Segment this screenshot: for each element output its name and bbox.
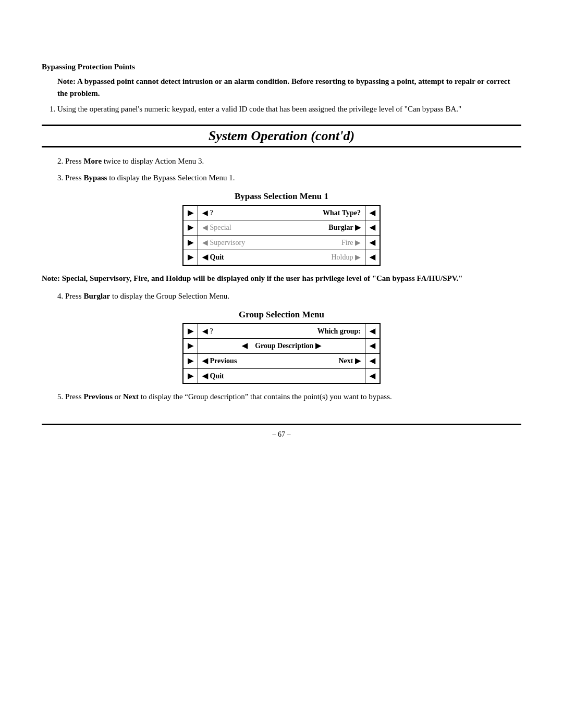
bypass-row3-content: ◀ Supervisory Fire ▶ [198, 236, 365, 250]
bypass-row-3: ▶ ◀ Supervisory Fire ▶ ◀ [183, 235, 380, 250]
group-row4-content: ◀ Quit [198, 369, 365, 384]
section-title: System Operation (cont'd) [209, 128, 354, 143]
bypass-row3-left: ◀ Supervisory [202, 238, 245, 248]
bypass-row1-left: ◀ ? [202, 208, 213, 218]
note-2: Note: Special, Supervisory, Fire, and Ho… [42, 272, 521, 285]
step5-bold1: Previous [83, 392, 113, 401]
group-row4-left-arrow: ▶ [183, 368, 198, 384]
group-row-4: ▶ ◀ Quit ◀ [183, 368, 380, 384]
group-row-2: ▶ ◀ Group Description ▶ ◀ [183, 339, 380, 354]
bypass-menu-title: Bypass Selection Menu 1 [42, 191, 521, 202]
step4-suffix: to display the Group Selection Menu. [110, 292, 229, 300]
step3-bold: Bypass [83, 174, 107, 182]
group-row2-content: ◀ Group Description ▶ [198, 339, 365, 354]
step-3: 3. Press Bypass to display the Bypass Se… [57, 171, 521, 184]
page-number: – 67 – [273, 430, 291, 438]
step4-prefix: Press [65, 292, 83, 300]
step-4: 4. Press Burglar to display the Group Se… [57, 290, 521, 302]
group-menu-wrapper: ▶ ◀ ? Which group: ◀ ▶ ◀ Group Descripti… [42, 323, 521, 384]
group-row1-right-arrow: ◀ [365, 324, 381, 339]
step-1: Using the operating panel's numeric keyp… [57, 103, 521, 115]
step2-prefix: Press [65, 157, 83, 165]
group-menu-table: ▶ ◀ ? Which group: ◀ ▶ ◀ Group Descripti… [182, 323, 381, 384]
group-row2-center: ◀ Group Description ▶ [242, 342, 321, 350]
group-row1-left: ◀ ? [202, 326, 213, 337]
bypass-row1-center: What Type? [323, 208, 361, 218]
step5-bold2: Next [123, 392, 139, 401]
group-row3-content: ◀ Previous Next ▶ [198, 354, 365, 368]
step2-suffix: twice to display Action Menu 3. [102, 157, 204, 165]
bypass-row-4: ▶ ◀ Quit Holdup ▶ ◀ [183, 250, 380, 265]
note-bold: Note: A bypassed point cannot detect int… [57, 76, 516, 99]
step4-bold: Burglar [83, 292, 110, 300]
step5-prefix: Press [65, 392, 83, 401]
bypass-row4-right: Holdup ▶ [332, 252, 361, 263]
steps-list: Using the operating panel's numeric keyp… [57, 103, 521, 115]
group-row1-center: Which group: [317, 326, 361, 337]
step-2: 2. Press More twice to display Action Me… [57, 155, 521, 167]
bypass-row1-content: ◀ ? What Type? [198, 206, 365, 220]
group-row4-right-arrow: ◀ [365, 368, 381, 384]
bypass-row2-left: ◀ Special [202, 223, 231, 233]
bypass-row3-right-arrow: ◀ [365, 235, 381, 250]
bypass-row1-right-arrow: ◀ [365, 205, 381, 220]
bypass-row4-left: ◀ Quit [202, 252, 224, 263]
section-heading: Bypassing Protection Points [42, 63, 521, 71]
section-title-container: System Operation (cont'd) [42, 125, 521, 147]
bypass-row2-left-arrow: ▶ [183, 220, 198, 236]
group-row4-quit: ◀ Quit [202, 371, 224, 381]
bypass-row3-left-arrow: ▶ [183, 235, 198, 250]
group-row1-left-arrow: ▶ [183, 324, 198, 339]
group-row3-previous: ◀ Previous [202, 356, 237, 366]
footer: – 67 – [42, 424, 521, 439]
group-row2-left-arrow: ▶ [183, 339, 198, 354]
step3-suffix: to display the Bypass Selection Menu 1. [107, 174, 235, 182]
bypass-row-2: ▶ ◀ Special Burglar ▶ ◀ [183, 220, 380, 236]
group-row1-content: ◀ ? Which group: [198, 324, 365, 339]
bypass-row-1: ▶ ◀ ? What Type? ◀ [183, 205, 380, 220]
bypass-row2-right: Burglar ▶ [328, 223, 361, 233]
group-row3-right-arrow: ◀ [365, 354, 381, 369]
bypass-menu-table: ▶ ◀ ? What Type? ◀ ▶ ◀ Special Burglar ▶… [182, 205, 381, 266]
step5-suffix: to display the “Group description” that … [139, 392, 392, 401]
top-spacer [42, 31, 521, 63]
group-menu-title: Group Selection Menu [42, 310, 521, 320]
step-5: 5. Press Previous or Next to display the… [57, 390, 521, 403]
bypass-row4-content: ◀ Quit Holdup ▶ [198, 250, 365, 265]
bypass-menu-wrapper: ▶ ◀ ? What Type? ◀ ▶ ◀ Special Burglar ▶… [42, 205, 521, 266]
note2-text: Note: Special, Supervisory, Fire, and Ho… [42, 274, 463, 282]
step3-prefix: Press [65, 174, 83, 182]
bypass-row4-right-arrow: ◀ [365, 250, 381, 265]
bypass-row2-content: ◀ Special Burglar ▶ [198, 220, 365, 235]
bypass-row1-left-arrow: ▶ [183, 205, 198, 220]
step5-mid: or [113, 392, 123, 401]
bypass-row3-right: Fire ▶ [341, 238, 361, 248]
group-row2-right-arrow: ◀ [365, 339, 381, 354]
step2-bold: More [83, 157, 102, 165]
bypass-row2-right-arrow: ◀ [365, 220, 381, 236]
group-row3-left-arrow: ▶ [183, 354, 198, 369]
group-row-3: ▶ ◀ Previous Next ▶ ◀ [183, 354, 380, 369]
group-row3-next: Next ▶ [339, 356, 361, 366]
group-row-1: ▶ ◀ ? Which group: ◀ [183, 324, 380, 339]
bypass-row4-left-arrow: ▶ [183, 250, 198, 265]
